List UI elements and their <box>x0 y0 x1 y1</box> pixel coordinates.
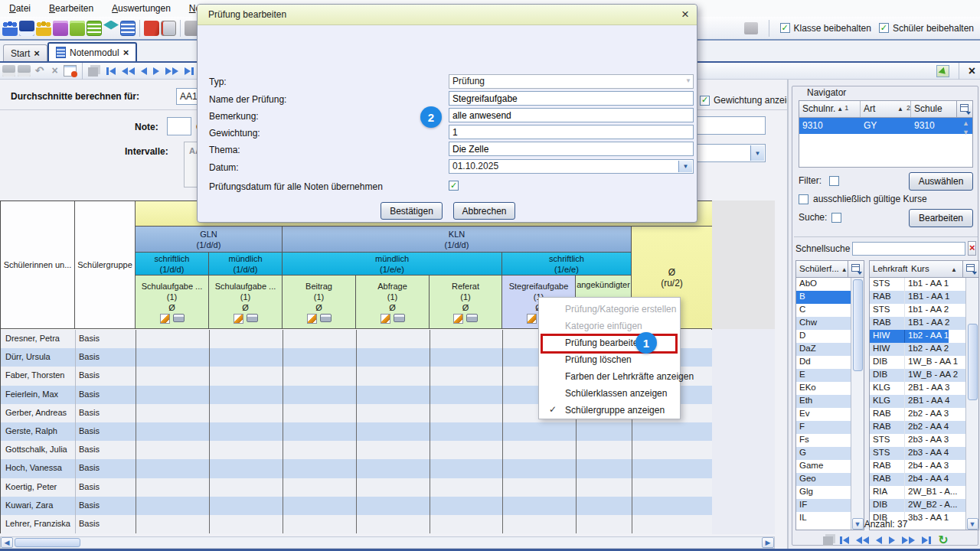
menu-auswertungen[interactable]: Auswertungen <box>112 3 171 14</box>
mode-header-muendlich-1[interactable]: mündlich(1/d/d) <box>209 253 283 276</box>
keep-class-option[interactable]: Klasse beibehalten <box>780 23 871 34</box>
class-card-icon[interactable] <box>19 21 34 36</box>
close-module-icon[interactable]: × <box>969 64 975 78</box>
graduation-cap-icon[interactable] <box>103 21 119 36</box>
keep-class-checkbox[interactable] <box>780 23 790 33</box>
grades-list-icon[interactable] <box>120 21 136 36</box>
gewichtung-input[interactable] <box>449 125 694 139</box>
fast-next-icon[interactable] <box>165 67 178 75</box>
school-row-selected[interactable]: 9310 GY 9310 <box>799 118 972 134</box>
scroll-right-icon[interactable]: ▶ <box>762 537 774 548</box>
cancel-button[interactable]: Abbrechen <box>453 202 515 220</box>
dialog-titlebar[interactable]: Prüfung bearbeiten × <box>198 5 697 25</box>
auswaehlen-button[interactable]: Auswählen <box>909 172 973 191</box>
course-row[interactable]: STS2b3 - AA 4 <box>870 447 978 460</box>
gln-group-header[interactable]: GLN(1/d/d) <box>136 227 283 253</box>
next-record-icon[interactable] <box>889 536 895 544</box>
first-record-icon[interactable] <box>840 536 849 544</box>
fast-prev-icon[interactable] <box>122 67 135 75</box>
edit-note-icon[interactable] <box>381 314 390 324</box>
prev-record-icon[interactable] <box>141 67 147 75</box>
suche-checkbox[interactable] <box>831 213 841 223</box>
thema-input[interactable] <box>449 142 694 156</box>
edit-note-icon[interactable] <box>234 314 243 324</box>
menu-item-pruefung-loeschen[interactable]: Prüfung löschen <box>539 351 680 368</box>
scroll-left-icon[interactable]: ◀ <box>1 537 13 548</box>
edit-note-icon[interactable] <box>453 314 463 324</box>
confirm-button[interactable]: Bestätigen <box>381 202 443 220</box>
bemerkung-input[interactable] <box>449 108 694 122</box>
clear-search-icon[interactable]: × <box>968 241 976 256</box>
course-row[interactable]: DIB2W_B2 - A... <box>870 499 978 512</box>
course-row[interactable]: STS1b1 - AA 1 <box>870 278 978 291</box>
keep-student-checkbox[interactable] <box>879 23 889 33</box>
last-record-icon[interactable] <box>185 67 194 75</box>
exam-header[interactable]: Abfrage(1)Ø <box>356 276 430 329</box>
print-icon[interactable] <box>173 314 185 322</box>
filter-checkbox[interactable] <box>829 176 839 186</box>
dialog-close-icon[interactable]: × <box>681 7 689 22</box>
remove-form-icon[interactable] <box>64 65 77 77</box>
course-row[interactable]: RAB1B1 - AA 2 <box>870 317 978 330</box>
kln-group-header[interactable]: KLN(1/d/d) <box>283 227 632 253</box>
menu-bearbeiten[interactable]: Bearbeiten <box>49 3 93 14</box>
schnellsuche-input[interactable] <box>852 242 965 256</box>
menu-datei[interactable]: Datei <box>9 3 31 14</box>
notebook-print-icon[interactable] <box>161 21 176 36</box>
uebernehmen-checkbox[interactable] <box>449 181 459 191</box>
schuelerf-column-header[interactable]: Schülerf...▲ <box>796 261 847 277</box>
schulnr-column-header[interactable]: Schulnr.▲1 <box>799 101 861 117</box>
datum-combo[interactable]: 01.10.2025▼ <box>449 159 694 174</box>
course-row[interactable]: RIA2W_B1 - A... <box>870 486 978 499</box>
column-chooser-icon[interactable] <box>848 261 864 277</box>
course-row[interactable]: RAB2b2 - AA 3 <box>870 408 978 421</box>
keep-student-option[interactable]: Schüler beibehalten <box>879 23 974 34</box>
exam-header[interactable]: Schulaufgabe ...(1)Ø <box>136 276 209 329</box>
scrollbar-thumb[interactable] <box>968 324 978 400</box>
tab-notenmodul-close-icon[interactable]: × <box>123 47 129 58</box>
green-list-icon[interactable] <box>87 21 102 36</box>
list-scrollbar[interactable]: ▼ <box>851 278 864 530</box>
undo-icon[interactable]: ↶ <box>33 65 46 77</box>
mode-header-muendlich-2[interactable]: mündlich(1/e/e) <box>283 253 502 276</box>
next-record-icon[interactable] <box>153 67 159 75</box>
print-icon[interactable] <box>320 314 332 322</box>
edit-note-icon[interactable] <box>307 314 317 324</box>
save-icon[interactable] <box>2 65 15 77</box>
mode-header-schriftlich-1[interactable]: schriftlich(1/d/d) <box>136 253 209 276</box>
menu-item-schuelerklassen[interactable]: Schülerklassen anzeigen <box>539 385 680 402</box>
tab-start[interactable]: Start × <box>3 44 47 61</box>
grid-scrollbar[interactable]: ▲▼ <box>959 118 972 167</box>
kurs-column-header[interactable]: Kurs▲ <box>910 261 959 277</box>
valid-courses-option[interactable]: ausschließlich gültige Kurse <box>799 194 927 204</box>
bearbeiten-button[interactable]: Bearbeiten <box>909 209 973 227</box>
students-column-header[interactable]: Schülerinnen un... <box>1 201 75 329</box>
refresh-view-icon[interactable] <box>936 65 949 77</box>
show-weight-checkbox[interactable] <box>700 96 710 106</box>
delete-icon[interactable]: × <box>48 65 61 77</box>
note-input[interactable] <box>167 117 191 135</box>
right-filter-input[interactable] <box>695 116 766 135</box>
course-row[interactable]: RAB2b2 - AA 4 <box>870 421 978 434</box>
column-chooser-icon[interactable] <box>962 261 978 277</box>
last-record-icon[interactable] <box>922 536 931 544</box>
course-row[interactable]: RAB1B1 - AA 1 <box>870 291 978 304</box>
prev-record-icon[interactable] <box>876 536 882 544</box>
fast-next-icon[interactable] <box>902 536 915 544</box>
list-scrollbar[interactable]: ▼ <box>965 278 978 530</box>
students-icon[interactable] <box>2 21 18 36</box>
edit-note-icon[interactable] <box>527 314 537 324</box>
refresh-icon[interactable]: ↻ <box>938 535 948 546</box>
print-icon[interactable] <box>394 314 405 322</box>
exam-header[interactable]: Schulaufgabe ...(1)Ø <box>209 276 283 329</box>
course-row[interactable]: RAB2b4 - AA 4 <box>870 473 978 486</box>
course-row-selected[interactable]: HIW1b2 - AA 1 <box>870 330 978 343</box>
menu-item-schuelergruppe[interactable]: ✓Schülergruppe anzeigen <box>539 402 680 419</box>
mode-header-schriftlich-2[interactable]: schriftlich(1/e/e) <box>502 253 632 276</box>
right-filter-combo[interactable]: ▼ <box>695 144 766 162</box>
course-row[interactable]: HIW1b2 - AA 2 <box>870 343 978 356</box>
course-row[interactable]: KLG2B1 - AA 4 <box>870 395 978 408</box>
course-row[interactable]: DIB1W_B - AA 1 <box>870 356 978 369</box>
fast-prev-icon[interactable] <box>856 536 869 544</box>
print-icon[interactable] <box>466 314 478 322</box>
